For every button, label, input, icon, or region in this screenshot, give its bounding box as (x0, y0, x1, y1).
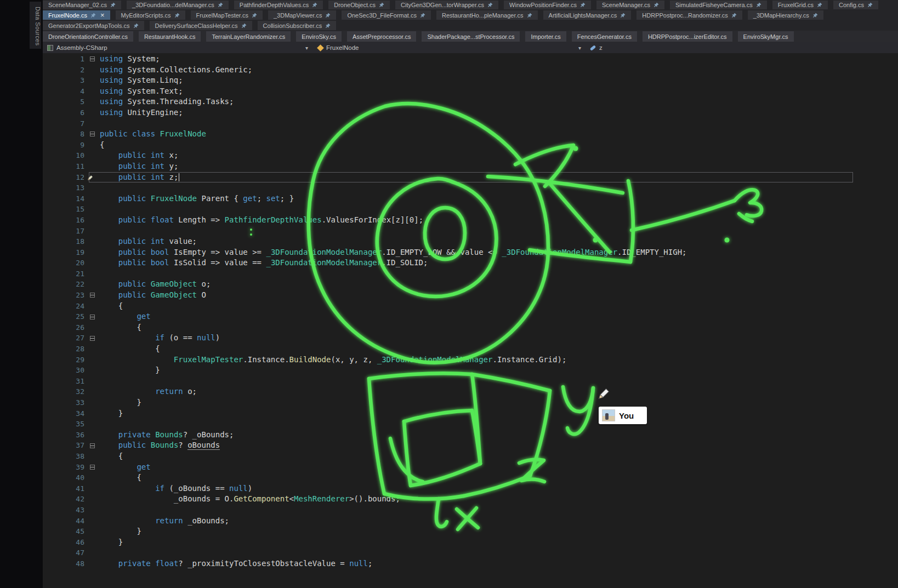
code-line-14[interactable]: public FruxelNode Parent { get; set; } (89, 193, 853, 204)
code-line-48[interactable]: private float? _proximityToClosestObstac… (89, 558, 853, 569)
pin-icon[interactable] (110, 2, 116, 8)
code-line-4[interactable]: using System.Text; (89, 86, 853, 97)
code-line-29[interactable]: FruxelMapTester.Instance.BuildNode(x, y,… (89, 355, 853, 366)
pin-icon[interactable] (420, 13, 425, 18)
tab-citygen3dgen-torwrapper-cs[interactable]: CityGen3DGen...torWrapper.cs (395, 1, 498, 9)
line-number[interactable]: 4 (43, 86, 89, 97)
line-number[interactable]: 43 (43, 505, 89, 516)
pin-icon[interactable] (487, 2, 493, 8)
tab-terrainlayerrandomizer-cs[interactable]: TerrainLayerRandomizer.cs (206, 31, 291, 42)
tab-assetpreprocessor-cs[interactable]: AssetPreprocessor.cs (347, 31, 416, 42)
line-number[interactable]: 47 (43, 547, 89, 558)
line-number[interactable]: 30 (43, 365, 89, 376)
tab-scenemanager-cs[interactable]: SceneManager.cs (596, 1, 664, 9)
sidebar-tab-data-sources[interactable]: Data Sources (30, 2, 41, 49)
code-line-47[interactable] (89, 547, 853, 558)
project-dropdown[interactable]: Assembly-CSharp ▾ (43, 42, 312, 53)
code-line-3[interactable]: using System.Linq; (89, 75, 853, 86)
line-number[interactable]: 9 (43, 140, 89, 151)
line-number[interactable]: 6 (43, 107, 89, 118)
editor-gutter[interactable]: 1234567891011121314151617181920212223242… (43, 53, 89, 588)
tab-config-cs[interactable]: Config.cs (833, 1, 878, 9)
close-icon[interactable]: × (99, 12, 105, 19)
code-line-20[interactable]: public bool IsSolid => value == _3DFound… (89, 258, 853, 269)
tab-hdrppostproc-izereditor-cs[interactable]: HDRPPostproc...izerEditor.cs (643, 31, 732, 42)
pin-icon[interactable] (620, 13, 626, 18)
tab-deliverysurfaceclasshelper-cs[interactable]: DeliverySurfaceClassHelper.cs (150, 21, 252, 30)
code-line-28[interactable]: { (89, 344, 853, 355)
code-line-23[interactable]: public GameObject O (89, 290, 853, 301)
line-number[interactable]: 21 (43, 269, 89, 279)
line-number[interactable]: 24 (43, 301, 89, 312)
chevron-down-icon[interactable]: ▾ (305, 45, 308, 51)
member-dropdown[interactable]: z (586, 42, 898, 53)
tab-myeditorscripts-cs[interactable]: MyEditorScripts.cs (116, 10, 185, 20)
tab-droneobject-cs[interactable]: DroneObject.cs (328, 1, 390, 9)
line-number[interactable]: 14 (43, 193, 89, 204)
line-number[interactable]: 36 (43, 430, 89, 441)
tab-enviroskymgr-cs[interactable]: EnviroSkyMgr.cs (738, 31, 794, 42)
pin-icon[interactable] (867, 2, 873, 8)
tab-restaurantho-plemanager-cs[interactable]: RestaurantHo...pleManager.cs (436, 10, 538, 20)
code-line-16[interactable]: public float Length => PathfinderDepthVa… (89, 215, 853, 226)
fold-collapse-icon[interactable] (89, 336, 100, 341)
code-line-44[interactable]: return _oBounds; (89, 516, 853, 527)
pin-icon[interactable] (817, 2, 822, 8)
code-line-38[interactable]: { (89, 451, 853, 462)
code-line-27[interactable]: if (o == null) (89, 333, 853, 344)
chevron-down-icon[interactable]: ▾ (578, 45, 581, 51)
code-line-7[interactable] (89, 118, 853, 129)
code-line-43[interactable] (89, 505, 853, 516)
line-number[interactable]: 25 (43, 311, 89, 322)
line-number[interactable]: 11 (43, 161, 89, 172)
line-number[interactable]: 18 (43, 236, 89, 247)
tab-artificiallightsmanager-cs[interactable]: ArtificialLightsManager.cs (543, 10, 632, 20)
pin-icon[interactable] (90, 13, 96, 18)
code-line-26[interactable]: { (89, 322, 853, 333)
tab-collisionsubscriber-cs[interactable]: CollisionSubscriber.cs (258, 21, 337, 30)
editor-code[interactable]: using System;using System.Collections.Ge… (89, 53, 853, 588)
fold-collapse-icon[interactable] (89, 132, 100, 136)
line-number[interactable]: 23 (43, 290, 89, 301)
code-line-2[interactable]: using System.Collections.Generic; (89, 65, 853, 76)
code-line-22[interactable]: public GameObject o; (89, 279, 853, 290)
pin-icon[interactable] (312, 2, 317, 8)
tab-shaderpackage-stprocessor-cs[interactable]: ShaderPackage...stProcessor.cs (422, 31, 520, 42)
tab-fencesgenerator-cs[interactable]: FencesGenerator.cs (572, 31, 637, 42)
code-line-5[interactable]: using System.Threading.Tasks; (89, 96, 853, 107)
tab-droneorientationcontroller-cs[interactable]: DroneOrientationController.cs (43, 31, 133, 42)
line-number[interactable]: 37 (43, 440, 89, 451)
pin-icon[interactable] (325, 13, 331, 18)
line-number[interactable]: 1 (43, 54, 89, 65)
line-number[interactable]: 41 (43, 483, 89, 494)
code-line-8[interactable]: public class FruxelNode (89, 129, 853, 140)
line-number[interactable]: 2 (43, 65, 89, 76)
pin-icon[interactable] (241, 23, 247, 28)
fold-collapse-icon[interactable] (89, 315, 100, 319)
line-number[interactable]: 20 (43, 258, 89, 269)
line-number[interactable]: 28 (43, 344, 89, 355)
code-line-21[interactable] (89, 269, 853, 279)
line-number[interactable]: 32 (43, 386, 89, 397)
line-number[interactable]: 44 (43, 516, 89, 527)
fold-collapse-icon[interactable] (89, 56, 100, 61)
code-line-17[interactable] (89, 226, 853, 237)
pin-icon[interactable] (653, 2, 659, 8)
code-line-12[interactable]: public int z; (89, 172, 853, 183)
line-number[interactable]: 15 (43, 204, 89, 215)
line-number[interactable]: 34 (43, 408, 89, 419)
code-line-39[interactable]: get (89, 462, 853, 473)
code-line-40[interactable]: { (89, 472, 853, 483)
pin-icon[interactable] (580, 2, 586, 8)
code-line-1[interactable]: using System; (89, 54, 853, 65)
line-number[interactable]: 13 (43, 182, 89, 193)
code-line-42[interactable]: _oBounds = O.GetComponent<MeshRenderer>(… (89, 494, 853, 505)
fold-collapse-icon[interactable] (89, 293, 100, 298)
tab-onesec3d-fileformat-cs[interactable]: OneSec3D_FileFormat.cs (342, 10, 431, 20)
tab-generator2exportmaptools-cs[interactable]: Generator2ExportMapTools.cs (43, 21, 144, 30)
code-line-15[interactable] (89, 204, 853, 215)
fold-collapse-icon[interactable] (89, 443, 100, 448)
line-number[interactable]: 7 (43, 118, 89, 129)
line-number[interactable]: 3 (43, 75, 89, 86)
pin-icon[interactable] (218, 2, 223, 8)
